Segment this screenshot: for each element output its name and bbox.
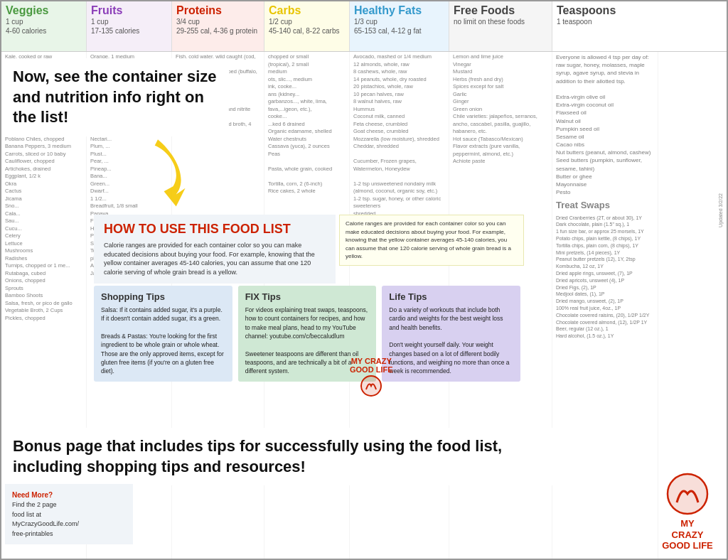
- fruits-list: Orange, 1 medium Bitter Orange, 1 medium…: [87, 51, 172, 559]
- teaspoons-amount: 1 teaspoon: [557, 17, 654, 26]
- healthyfats-title: Healthy Fats: [354, 4, 444, 17]
- freefoods-list: Lemon and lime juice Vinegar Mustard Her…: [449, 51, 552, 559]
- teaspoons-column: Teaspoons 1 teaspoon: [552, 1, 658, 51]
- healthyfats-amount: 1/3 cup: [354, 17, 444, 26]
- fruits-amount: 1 cup: [91, 17, 167, 26]
- categories-header: Veggies 1 cup 4-60 calories Fruits 1 cup…: [1, 1, 727, 52]
- fruits-column: Fruits 1 cup 17-135 calories: [87, 1, 172, 51]
- freefoods-subtitle: no limit on these foods: [454, 17, 547, 26]
- carbs-column: Carbs 1/2 cup 45-140 cal, 8-22 carbs: [264, 1, 350, 51]
- healthyfats-calories: 65-153 cal, 4-12 g fat: [354, 26, 444, 36]
- carbs-amount: 1/2 cup: [269, 17, 345, 26]
- proteins-calories: 29-255 cal, 4-36 g protein: [176, 26, 259, 36]
- proteins-list: Fish, cold water, wild caught (cod, salm…: [172, 51, 264, 559]
- proteins-amount: 3/4 cup: [176, 17, 259, 26]
- veggies-title: Veggies: [6, 4, 82, 17]
- healthyfats-column: Healthy Fats 1/3 cup 65-153 cal, 4-12 g …: [350, 1, 449, 51]
- carbs-calories: 45-140 cal, 8-22 carbs: [269, 26, 345, 36]
- proteins-column: Proteins 3/4 cup 29-255 cal, 4-36 g prot…: [172, 1, 264, 51]
- freefoods-title: Free Foods: [454, 4, 547, 17]
- page-wrapper: Veggies 1 cup 4-60 calories Fruits 1 cup…: [0, 0, 728, 560]
- treat-swaps-title: Treat Swaps: [556, 199, 654, 212]
- proteins-title: Proteins: [176, 4, 259, 17]
- carbs-list: chopped or small (tropical), 2 small med…: [264, 51, 350, 559]
- freefoods-column: Free Foods no limit on these foods: [449, 1, 552, 51]
- teaspoons-title: Teaspoons: [557, 4, 654, 17]
- fruits-title: Fruits: [91, 4, 167, 17]
- veggies-list: Kale, cooked or raw 2 scoops only (1x da…: [1, 51, 87, 559]
- carbs-title: Carbs: [269, 4, 345, 17]
- teaspoons-list: Everyone is allowed 4 tsp per day of: ra…: [552, 51, 658, 559]
- food-list-background: Kale, cooked or raw 2 scoops only (1x da…: [1, 51, 727, 559]
- veggies-column: Veggies 1 cup 4-60 calories: [1, 1, 87, 51]
- veggies-amount: 1 cup: [6, 17, 82, 26]
- fruits-calories: 17-135 calories: [91, 26, 167, 36]
- veggies-calories: 4-60 calories: [6, 26, 82, 36]
- healthyfats-list: Avocado, mashed or 1/4 medium 12 almonds…: [350, 51, 449, 559]
